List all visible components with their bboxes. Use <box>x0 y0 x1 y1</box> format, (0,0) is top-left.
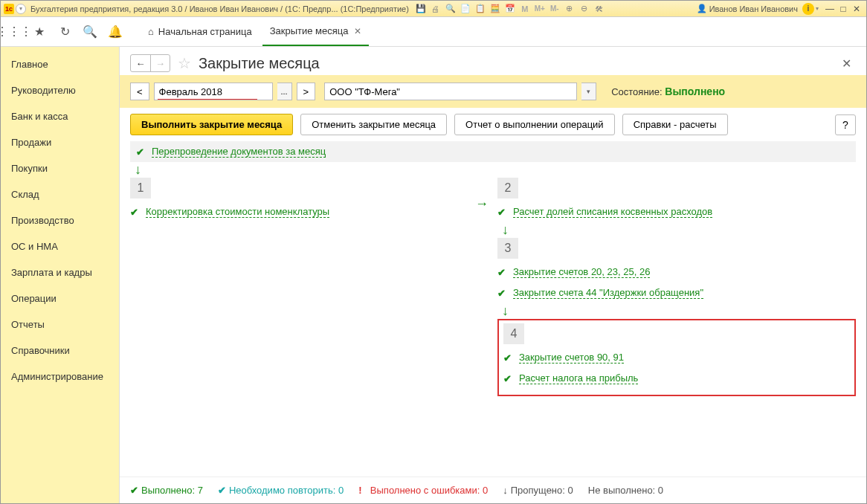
organization-value: ООО "ТФ-Мега" <box>329 86 400 97</box>
op-indirect-costs[interactable]: Расчет долей списания косвенных расходов <box>513 206 712 218</box>
zoom-in-icon[interactable]: ⊕ <box>564 3 576 15</box>
search-icon[interactable]: 🔍 <box>83 25 97 39</box>
state-label: Состояние: Выполнено <box>611 85 725 97</box>
nav-forward-button[interactable]: → <box>150 55 170 71</box>
references-button[interactable]: Справки - расчеты <box>622 114 728 135</box>
clipboard-icon[interactable]: 📋 <box>474 3 486 15</box>
check-icon: ✔ <box>130 207 138 218</box>
tab-home[interactable]: ⌂ Начальная страница <box>141 17 260 46</box>
sidebar-item-purchases[interactable]: Покупки <box>1 155 119 181</box>
check-icon: ✔ <box>497 267 506 278</box>
op-cost-correction[interactable]: Корректировка стоимости номенклатуры <box>146 206 329 218</box>
home-icon: ⌂ <box>148 26 154 37</box>
params-bar: < Февраль 2018 ... > ООО "ТФ-Мега" ▾ Сос… <box>120 75 866 108</box>
app-logo-icon: 1c <box>4 4 14 14</box>
sidebar: Главное Руководителю Банк и касса Продаж… <box>1 47 120 503</box>
history-icon[interactable]: ↻ <box>57 25 72 39</box>
status-notdone: Не выполнено: 0 <box>588 485 663 496</box>
period-next-button[interactable]: > <box>297 83 316 100</box>
page-title: Закрытие месяца <box>199 55 320 72</box>
action-buttons-row: Выполнить закрытие месяца Отменить закры… <box>120 108 866 141</box>
report-button[interactable]: Отчет о выполнении операций <box>454 114 615 135</box>
sidebar-item-admin[interactable]: Администрирование <box>1 364 119 390</box>
op-reprovision[interactable]: Перепроведение документов за месяц <box>152 146 326 158</box>
tab-close-icon[interactable]: ✕ <box>354 26 361 36</box>
sidebar-item-warehouse[interactable]: Склад <box>1 181 119 207</box>
calc-icon[interactable]: 🧮 <box>489 3 501 15</box>
stage-4-highlight: 4 ✔ Закрытие счетов 90, 91 ✔ Расчет нало… <box>497 319 856 396</box>
tab-month-closing[interactable]: Закрытие месяца ✕ <box>262 17 370 46</box>
sidebar-item-reports[interactable]: Отчеты <box>1 311 119 337</box>
print-icon[interactable]: 🖨 <box>430 3 442 15</box>
nav-back-button[interactable]: ← <box>131 55 150 71</box>
preview-icon[interactable]: 🔍 <box>445 3 457 15</box>
apps-icon[interactable]: ⋮⋮⋮ <box>7 25 22 39</box>
status-errors: ! Выполнено с ошибками: 0 <box>358 485 488 496</box>
stage-2-badge: 2 <box>497 178 518 198</box>
calendar-icon[interactable]: 📅 <box>504 3 516 15</box>
arrow-right-icon: → <box>475 196 489 212</box>
state-value: Выполнено <box>665 85 725 97</box>
zoom-out-icon[interactable]: ⊖ <box>578 3 590 15</box>
favorite-icon[interactable]: ★ <box>32 25 47 39</box>
m-minus-icon[interactable]: M- <box>549 3 561 15</box>
current-user[interactable]: 👤 Иванов Иван Иванович <box>697 4 798 13</box>
sidebar-item-payroll[interactable]: Зарплата и кадры <box>1 259 119 285</box>
right-column: 2 ✔ Расчет долей списания косвенных расх… <box>497 178 856 396</box>
sidebar-item-manager[interactable]: Руководителю <box>1 77 119 103</box>
sidebar-item-production[interactable]: Производство <box>1 207 119 233</box>
info-dropdown-icon[interactable]: ▾ <box>816 5 819 12</box>
m-plus-icon[interactable]: M+ <box>534 3 546 15</box>
save-icon[interactable]: 💾 <box>415 3 427 15</box>
sidebar-item-assets[interactable]: ОС и НМА <box>1 233 119 259</box>
app-menu-dropdown[interactable]: ▾ <box>16 4 26 14</box>
m-icon[interactable]: M <box>519 3 531 15</box>
sidebar-item-sales[interactable]: Продажи <box>1 129 119 155</box>
page-close-button[interactable]: ✕ <box>842 56 856 71</box>
check-icon: ✔ <box>503 352 512 364</box>
maximize-button[interactable]: □ <box>837 3 850 15</box>
minimize-button[interactable]: — <box>823 3 837 15</box>
window-titlebar: 1c ▾ Бухгалтерия предприятия, редакция 3… <box>1 1 866 17</box>
status-skipped: ↓Пропущено: 0 <box>503 485 573 496</box>
op-close-44[interactable]: Закрытие счета 44 "Издержки обращения" <box>513 287 703 299</box>
favorite-star-icon[interactable]: ☆ <box>178 54 191 72</box>
sidebar-item-bank[interactable]: Банк и касса <box>1 103 119 129</box>
titlebar-tool-icons: 💾 🖨 🔍 📄 📋 🧮 📅 M M+ M- ⊕ ⊖ 🛠 <box>415 3 605 15</box>
close-window-button[interactable]: ✕ <box>850 3 863 15</box>
operations-area: ✔ Перепроведение документов за месяц ↓ 1… <box>120 141 866 476</box>
tab-home-label: Начальная страница <box>158 26 252 37</box>
bell-icon[interactable]: 🔔 <box>108 25 123 39</box>
check-icon: ✔ <box>497 288 506 299</box>
tool-icon[interactable]: 🛠 <box>593 3 605 15</box>
sidebar-item-main[interactable]: Главное <box>1 51 119 77</box>
user-icon: 👤 <box>697 4 707 13</box>
check-icon: ✔ <box>136 146 144 158</box>
period-prev-button[interactable]: < <box>130 83 149 100</box>
organization-field[interactable]: ООО "ТФ-Мега" <box>324 83 577 100</box>
status-repeat: ✔Необходимо повторить: 0 <box>218 485 344 496</box>
organization-dropdown-icon[interactable]: ▾ <box>581 83 596 100</box>
stage-1-badge: 1 <box>130 178 151 198</box>
sidebar-item-references[interactable]: Справочники <box>1 337 119 364</box>
status-done: ✔Выполнено: 7 <box>130 485 203 496</box>
cancel-closing-button[interactable]: Отменить закрытие месяца <box>300 114 447 135</box>
stage-3-badge: 3 <box>497 238 518 259</box>
arrow-down-icon: ↓ <box>502 222 856 238</box>
op-close-90-91[interactable]: Закрытие счетов 90, 91 <box>519 352 624 364</box>
info-icon[interactable]: i <box>802 3 814 15</box>
nav-buttons: ← → <box>130 54 170 72</box>
op-close-2023-25-26[interactable]: Закрытие счетов 20, 23, 25, 26 <box>513 266 650 278</box>
sidebar-item-operations[interactable]: Операции <box>1 285 119 311</box>
check-icon: ✔ <box>497 207 506 218</box>
period-value: Февраль 2018 <box>159 86 222 97</box>
help-button[interactable]: ? <box>835 114 856 135</box>
doc-icon[interactable]: 📄 <box>460 3 471 15</box>
period-field[interactable]: Февраль 2018 <box>154 83 273 100</box>
user-name: Иванов Иван Иванович <box>709 4 798 13</box>
op-profit-tax[interactable]: Расчет налога на прибыль <box>519 372 638 384</box>
content-area: ← → ☆ Закрытие месяца ✕ < Февраль 2018 .… <box>120 47 866 503</box>
stage-4-badge: 4 <box>503 323 524 344</box>
run-closing-button[interactable]: Выполнить закрытие месяца <box>130 114 293 135</box>
period-picker-button[interactable]: ... <box>277 83 292 100</box>
